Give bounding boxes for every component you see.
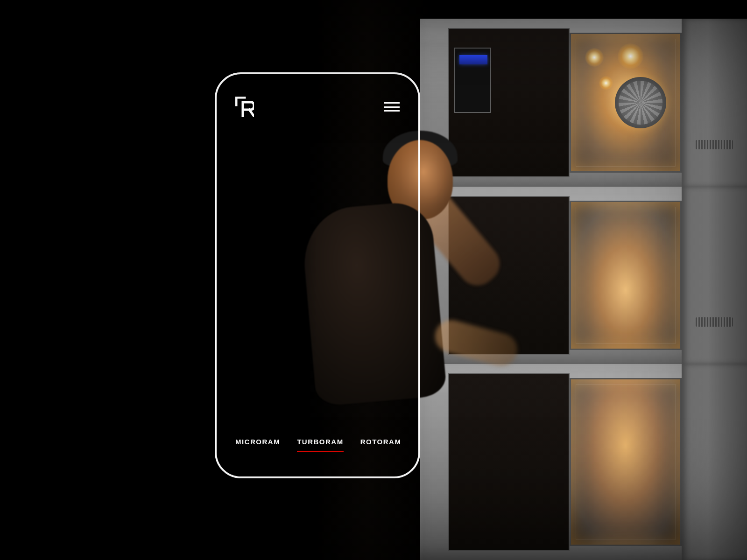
stage: MICRORAM TURBORAM ROTORAM: [0, 0, 747, 560]
hamburger-line-icon: [384, 110, 400, 112]
hamburger-line-icon: [384, 106, 400, 108]
vent-icon: [696, 317, 733, 327]
device-frame: MICRORAM TURBORAM ROTORAM: [215, 72, 420, 478]
oven-glass-top: [570, 33, 682, 173]
oven-glass-mid: [570, 201, 682, 350]
device-screen: MICRORAM TURBORAM ROTORAM: [217, 74, 418, 476]
light-flare-icon: [599, 76, 613, 90]
tab-rotoram[interactable]: ROTORAM: [360, 438, 402, 452]
menu-button[interactable]: [384, 102, 400, 112]
light-flare-icon: [618, 43, 643, 69]
product-tabs: MICRORAM TURBORAM ROTORAM: [235, 438, 400, 452]
oven-side-panel: [682, 187, 747, 364]
oven-side-panel: [682, 19, 747, 187]
oven-glass-bot: [570, 378, 682, 546]
brand-logo[interactable]: [235, 97, 254, 117]
r-logo-icon: [235, 97, 254, 117]
hamburger-line-icon: [384, 102, 400, 104]
app-header: [235, 97, 400, 117]
oven-control-panel: [454, 48, 491, 113]
lcd-display-icon: [459, 55, 487, 64]
tab-turboram[interactable]: TURBORAM: [297, 438, 344, 452]
tab-microram[interactable]: MICRORAM: [235, 438, 280, 452]
vent-icon: [696, 140, 733, 149]
light-flare-icon: [585, 48, 604, 67]
oven-side-panel: [682, 364, 747, 560]
fan-icon: [615, 77, 666, 128]
